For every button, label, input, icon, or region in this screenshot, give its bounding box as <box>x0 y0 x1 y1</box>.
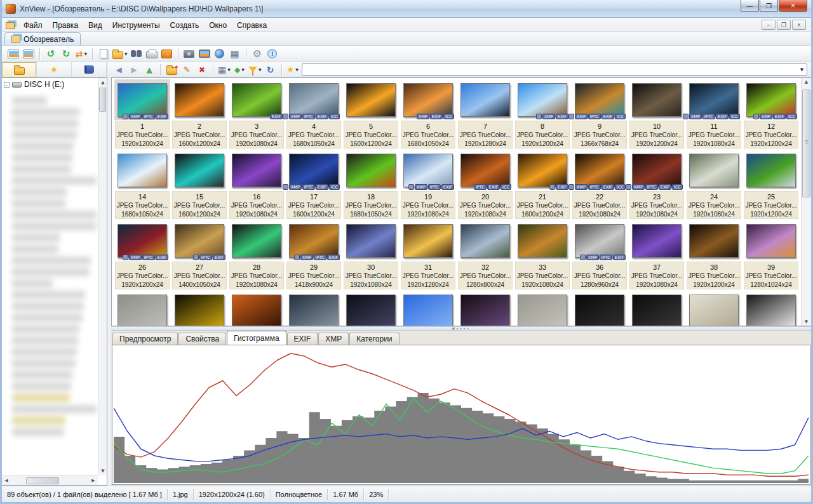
thumbnail-cell[interactable]: XMPIPTCEXIF36JPEG TrueColor...1280x960x2… <box>571 220 628 291</box>
favorites-tab-button[interactable]: ★ <box>37 62 72 77</box>
scroll-up-icon[interactable]: ▲ <box>98 78 107 87</box>
thumbnail-cell[interactable]: 38JPEG TrueColor...1920x1200x24 <box>685 220 742 291</box>
info-tab-1[interactable]: Свойства <box>178 333 226 345</box>
thumbnail-cell[interactable]: 10JPEG TrueColor...1920x1200x24 <box>628 79 685 150</box>
new-folder-icon[interactable] <box>164 63 179 77</box>
menu-item-0[interactable]: Файл <box>18 20 48 31</box>
delete-icon[interactable]: ✖ <box>194 63 210 77</box>
horizontal-splitter[interactable]: ▼•••• <box>111 326 811 331</box>
close-button[interactable]: × <box>779 0 807 12</box>
thumbnail-cell[interactable] <box>514 291 571 326</box>
thumbnail-cell[interactable]: 28JPEG TrueColor...1920x1080x24 <box>228 220 285 291</box>
thumbnail-cell[interactable]: XMPIPTCEXIF19JPEG TrueColor...1920x1080x… <box>400 150 457 220</box>
browser-vertical-scrollbar[interactable]: ▲ ▼ <box>801 78 811 326</box>
thumbnail-cell[interactable]: 14JPEG TrueColor...1680x1050x24 <box>114 150 171 220</box>
tree-vertical-scrollbar[interactable]: ▲ ▼ <box>98 78 107 475</box>
scroll-left-icon[interactable]: ◀ <box>2 476 11 485</box>
menu-item-5[interactable]: Окно <box>204 20 232 31</box>
thumbnail-cell[interactable]: XMPEXIFICC6JPEG TrueColor...1680x1050x24 <box>400 79 457 150</box>
info-tab-4[interactable]: XMP <box>318 333 349 345</box>
thumbnail-cell[interactable]: 7JPEG TrueColor...1920x1280x24 <box>457 79 514 150</box>
thumbnail-cell[interactable] <box>342 291 400 326</box>
thumbnail-cell[interactable]: 39JPEG TrueColor...1280x1024x24 <box>742 220 800 291</box>
thumbnail-cell[interactable] <box>171 291 228 326</box>
copy-page-icon[interactable] <box>96 47 111 61</box>
favorites-star-icon[interactable]: ★▼ <box>285 63 300 77</box>
thumbnail-cell[interactable]: 37JPEG TrueColor...1920x1080x24 <box>628 220 685 291</box>
menu-item-3[interactable]: Инструменты <box>107 20 165 31</box>
scroll-right-icon[interactable]: ▶ <box>89 476 98 485</box>
thumbnail-cell[interactable] <box>114 291 171 326</box>
dropdown-caret-icon[interactable]: ▼ <box>84 51 88 56</box>
thumbnail-cell[interactable]: 31JPEG TrueColor...1920x1280x24 <box>400 220 457 291</box>
menu-item-6[interactable]: Справка <box>232 20 272 31</box>
back-icon[interactable]: ◀ <box>111 63 126 77</box>
dropdown-caret-icon[interactable]: ▼ <box>227 67 231 72</box>
thumbnail-cell[interactable]: XMPIPTCEXIFICC22JPEG TrueColor...1920x10… <box>571 150 628 220</box>
thumbnail-cell[interactable]: XMPIPTCEXIFICC23JPEG TrueColor...1920x10… <box>628 150 685 220</box>
fullscreen-icon[interactable] <box>21 47 36 61</box>
thumbnail-cell[interactable] <box>571 291 628 326</box>
view-mode-icon[interactable]: ▦▼ <box>217 63 232 77</box>
dropdown-caret-icon[interactable]: ▼ <box>124 51 128 56</box>
refresh-icon[interactable]: ↻ <box>263 63 278 77</box>
tree-horizontal-scrollbar[interactable]: ◀ ▶ <box>2 475 98 485</box>
open-with-icon[interactable]: ▼ <box>111 47 129 61</box>
thumbnail-cell[interactable]: 32JPEG TrueColor...1280x800x24 <box>457 220 514 291</box>
info-tab-0[interactable]: Предпросмотр <box>112 333 178 345</box>
export-icon[interactable]: → <box>159 47 175 61</box>
thumbnail-cell[interactable]: 2JPEG TrueColor...1600x1200x24 <box>171 79 228 150</box>
dropdown-caret-icon[interactable]: ▼ <box>259 67 262 72</box>
slideshow-icon[interactable] <box>197 47 212 61</box>
thumbnail-cell[interactable]: IPTCEXIFICC20JPEG TrueColor...1920x1080x… <box>457 150 514 220</box>
thumbnail-cell[interactable]: XMPIPTCEXIF29JPEG TrueColor...1418x900x2… <box>285 220 342 291</box>
thumbnail-cell[interactable] <box>228 291 285 326</box>
thumbnail-cell[interactable]: XMPIPTCEXIFICC17JPEG TrueColor...1600x12… <box>285 150 342 220</box>
thumbnail-cell[interactable]: XMPEXIFICC12JPEG TrueColor...1920x1200x2… <box>742 79 800 150</box>
thumbnail-cell[interactable]: EXIF3JPEG TrueColor...1920x1080x24 <box>228 79 285 150</box>
thumbnail-cell[interactable]: IPTCEXIF27JPEG TrueColor...1400x1050x24 <box>171 220 228 291</box>
mdi-restore-button[interactable]: ❐ <box>777 20 791 30</box>
capture-icon[interactable] <box>182 47 197 61</box>
thumbnail-cell[interactable]: 5JPEG TrueColor...1600x1200x24 <box>342 79 400 150</box>
thumbnail-cell[interactable]: 15JPEG TrueColor...1600x1200x24 <box>171 150 228 220</box>
edit-icon[interactable]: ✎ <box>179 63 194 77</box>
print-icon[interactable] <box>144 47 159 61</box>
address-dropdown-icon[interactable]: ▼ <box>797 64 807 75</box>
tab-browser[interactable]: Обозреватель <box>4 32 81 45</box>
rotate-left-icon[interactable]: ↺ <box>43 47 58 61</box>
web-page-icon[interactable] <box>212 47 227 61</box>
mdi-close-button[interactable]: × <box>792 20 806 30</box>
info-tab-2[interactable]: Гистограмма <box>227 331 286 345</box>
thumbnail-cell[interactable]: 30JPEG TrueColor...1920x1080x24 <box>342 220 400 291</box>
menu-item-2[interactable]: Вид <box>83 20 107 31</box>
thumbnail-cell[interactable]: 16JPEG TrueColor...1920x1080x24 <box>228 150 285 220</box>
tree-item-disc-h[interactable]: - DISC H (E:) <box>2 78 107 90</box>
scroll-up-icon[interactable]: ▲ <box>802 79 811 84</box>
info-tab-5[interactable]: Категории <box>349 333 399 345</box>
thumbnail-cell[interactable] <box>400 291 457 326</box>
image-browser-icon[interactable] <box>6 47 21 61</box>
menu-item-1[interactable]: Правка <box>48 20 84 31</box>
scroll-down-icon[interactable]: ▼ <box>802 319 811 324</box>
dropdown-caret-icon[interactable]: ▼ <box>295 67 299 72</box>
sort-icon[interactable]: ◆▼ <box>232 63 247 77</box>
thumbnail-cell[interactable] <box>628 291 685 326</box>
thumbnail-cell[interactable] <box>742 291 800 326</box>
rotate-right-icon[interactable]: ↻ <box>58 47 74 61</box>
thumbnail-cell[interactable]: 24JPEG TrueColor...1920x1080x24 <box>685 150 742 220</box>
bookmarks-tab-button[interactable] <box>72 62 107 77</box>
thumbnail-cell[interactable]: XMPIPTCEXIF26JPEG TrueColor...1920x1200x… <box>114 220 171 291</box>
forward-icon[interactable]: ▶ <box>126 63 142 77</box>
thumbnail-cell[interactable]: XMPEXIF8JPEG TrueColor...1920x1200x24 <box>514 79 571 150</box>
minimize-button[interactable]: — <box>741 0 759 12</box>
thumbnail-cell[interactable] <box>685 291 742 326</box>
maximize-button[interactable]: ❐ <box>760 0 778 12</box>
mdi-minimize-button[interactable]: – <box>762 20 776 30</box>
search-icon[interactable] <box>129 47 144 61</box>
thumbnail-cell[interactable] <box>285 291 342 326</box>
thumbnail-cell[interactable]: 25JPEG TrueColor...1920x1200x24 <box>742 150 800 220</box>
thumbnail-cell[interactable]: EXIF21JPEG TrueColor...1600x1200x24 <box>514 150 571 220</box>
thumbnail-cell[interactable]: 18JPEG TrueColor...1680x1050x24 <box>342 150 400 220</box>
thumbnail-cell[interactable]: XMPIPTCEXIF1JPEG TrueColor...1920x1200x2… <box>114 79 171 150</box>
